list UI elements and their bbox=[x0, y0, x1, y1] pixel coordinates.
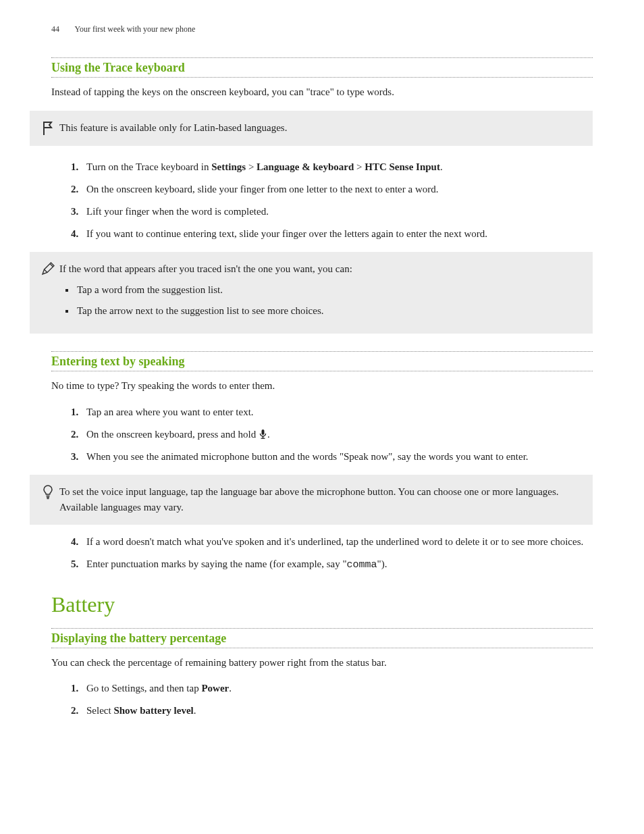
heading-trace-keyboard: Using the Trace keyboard bbox=[51, 58, 593, 77]
list-item: Tap a word from the suggestion list. bbox=[76, 282, 586, 298]
step-item: Lift your finger when the word is comple… bbox=[81, 204, 593, 219]
microphone-icon bbox=[259, 429, 267, 440]
step-item: Go to Settings, and then tap Power. bbox=[81, 681, 593, 696]
document-page: 44 Your first week with your new phone U… bbox=[0, 0, 644, 769]
heading-battery: Battery bbox=[51, 592, 593, 617]
section-rule: Displaying the battery percentage bbox=[51, 628, 593, 648]
note-text: This feature is available only for Latin… bbox=[59, 120, 586, 136]
tip-callout: To set the voice input language, tap the… bbox=[30, 475, 593, 525]
section-rule: Using the Trace keyboard bbox=[51, 57, 593, 78]
running-header: 44 Your first week with your new phone bbox=[51, 24, 593, 34]
heading-battery-percentage: Displaying the battery percentage bbox=[51, 629, 593, 648]
bullet-list: Tap a word from the suggestion list. Tap… bbox=[59, 282, 586, 319]
svg-rect-2 bbox=[261, 438, 265, 439]
svg-rect-0 bbox=[261, 429, 264, 435]
step-item: Enter punctuation marks by saying the na… bbox=[81, 556, 593, 573]
ordered-steps: Tap an area where you want to enter text… bbox=[51, 405, 593, 465]
ordered-steps: Go to Settings, and then tap Power. Sele… bbox=[51, 681, 593, 719]
section-rule: Entering text by speaking bbox=[51, 351, 593, 371]
step-item: On the onscreen keyboard, slide your fin… bbox=[81, 182, 593, 197]
running-title: Your first week with your new phone bbox=[75, 24, 196, 34]
heading-speaking: Entering text by speaking bbox=[51, 352, 593, 371]
tip-text: If the word that appears after you trace… bbox=[59, 261, 586, 325]
paragraph: Instead of tapping the keys on the onscr… bbox=[51, 84, 593, 100]
paragraph: No time to type? Try speaking the words … bbox=[51, 378, 593, 394]
paragraph: You can check the percentage of remainin… bbox=[51, 655, 593, 671]
step-item: Turn on the Trace keyboard in Settings >… bbox=[81, 159, 593, 175]
step-item: On the onscreen keyboard, press and hold… bbox=[81, 427, 593, 442]
list-item: Tap the arrow next to the suggestion lis… bbox=[76, 303, 586, 319]
step-item: Select Show battery level. bbox=[81, 703, 593, 719]
step-item: If a word doesn't match what you've spok… bbox=[81, 534, 593, 550]
ordered-steps: Turn on the Trace keyboard in Settings >… bbox=[51, 159, 593, 242]
step-item: Tap an area where you want to enter text… bbox=[81, 405, 593, 420]
note-callout: This feature is available only for Latin… bbox=[30, 111, 593, 146]
page-number: 44 bbox=[51, 24, 73, 34]
tip-text: To set the voice input language, tap the… bbox=[59, 484, 586, 516]
flag-icon bbox=[41, 120, 55, 136]
step-item: If you want to continue entering text, s… bbox=[81, 226, 593, 242]
ordered-steps: If a word doesn't match what you've spok… bbox=[51, 534, 593, 573]
lightbulb-icon bbox=[41, 484, 55, 500]
step-item: When you see the animated microphone but… bbox=[81, 449, 593, 465]
tip-callout: If the word that appears after you trace… bbox=[30, 252, 593, 334]
pencil-icon bbox=[41, 261, 55, 276]
